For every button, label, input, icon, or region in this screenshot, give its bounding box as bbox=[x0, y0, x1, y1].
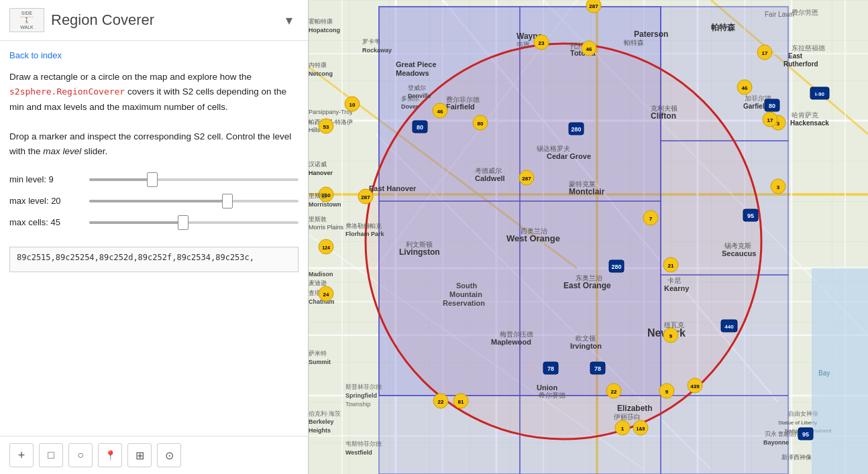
panel-body: Back to index Draw a rectangle or a circ… bbox=[0, 41, 308, 436]
svg-text:Mountain: Mountain bbox=[449, 290, 482, 298]
svg-text:Morris Plains: Morris Plains bbox=[309, 224, 344, 231]
map-visual[interactable]: Wayne 韦恩 Great Piece Meadows Paterson 帕特… bbox=[309, 0, 868, 474]
svg-text:East Hanover: East Hanover bbox=[369, 184, 417, 192]
svg-text:Florham Park: Florham Park bbox=[345, 231, 385, 237]
svg-text:Great Piece: Great Piece bbox=[396, 60, 437, 68]
svg-text:贝永: 贝永 bbox=[765, 430, 777, 437]
min-level-label: min level: 9 bbox=[9, 174, 87, 184]
svg-text:280: 280 bbox=[571, 126, 581, 133]
svg-text:80: 80 bbox=[417, 124, 423, 131]
svg-text:78: 78 bbox=[594, 365, 601, 372]
svg-text:霍帕特康: 霍帕特康 bbox=[309, 18, 333, 25]
svg-text:I-90: I-90 bbox=[815, 91, 824, 97]
svg-text:Rockaway: Rockaway bbox=[362, 47, 392, 54]
add-tool-button[interactable]: + bbox=[9, 443, 34, 467]
svg-text:希尔赛德: 希尔赛德 bbox=[539, 392, 565, 399]
svg-text:287: 287 bbox=[361, 194, 370, 200]
svg-text:South: South bbox=[456, 282, 477, 290]
svg-text:Kearny: Kearny bbox=[664, 284, 690, 292]
max-level-row: max level: 20 bbox=[9, 194, 299, 208]
grid-tool-button[interactable]: ⊞ bbox=[127, 443, 152, 467]
svg-text:考德威尔: 考德威尔 bbox=[475, 167, 502, 174]
svg-text:Township: Township bbox=[345, 401, 371, 408]
svg-text:Parsippany-Troy: Parsippany-Troy bbox=[309, 109, 353, 115]
svg-text:80: 80 bbox=[478, 121, 484, 127]
svg-text:费尔劳恩: 费尔劳恩 bbox=[792, 9, 818, 16]
svg-text:17: 17 bbox=[762, 50, 768, 56]
svg-text:Hackensack: Hackensack bbox=[790, 119, 829, 127]
svg-text:Clifton: Clifton bbox=[651, 111, 676, 121]
svg-text:Summit: Summit bbox=[309, 359, 331, 365]
svg-text:46: 46 bbox=[742, 85, 748, 91]
svg-text:伊丽莎白: 伊丽莎白 bbox=[614, 413, 641, 420]
svg-text:帕特森: 帕特森 bbox=[624, 39, 644, 46]
svg-text:Morristown: Morristown bbox=[309, 201, 341, 208]
max-cells-label: max cells: 45 bbox=[9, 217, 87, 227]
svg-text:多弗尔: 多弗尔 bbox=[401, 95, 419, 102]
max-cells-thumb[interactable] bbox=[178, 215, 188, 230]
circle-tool-button[interactable]: ○ bbox=[68, 443, 93, 467]
svg-text:东拉慈福德: 东拉慈福德 bbox=[792, 44, 825, 52]
svg-text:伯克利·海茨: 伯克利·海茨 bbox=[309, 410, 341, 417]
max-level-thumb[interactable] bbox=[222, 194, 233, 209]
collapse-button[interactable]: ▾ bbox=[280, 11, 299, 29]
svg-text:内特康: 内特康 bbox=[309, 62, 327, 68]
svg-text:287: 287 bbox=[589, 3, 598, 9]
svg-text:78: 78 bbox=[547, 365, 554, 372]
svg-text:East: East bbox=[788, 52, 803, 60]
svg-text:Bay: Bay bbox=[818, 369, 830, 377]
svg-text:里斯顿: 里斯顿 bbox=[309, 192, 327, 199]
svg-text:7: 7 bbox=[649, 216, 653, 222]
min-level-row: min level: 9 bbox=[9, 173, 299, 186]
back-to-index-link[interactable]: Back to index bbox=[9, 50, 299, 60]
svg-text:3: 3 bbox=[777, 184, 780, 190]
rect-tool-button[interactable]: □ bbox=[39, 443, 63, 467]
svg-text:Livingston: Livingston bbox=[399, 247, 440, 257]
svg-text:Union: Union bbox=[537, 383, 557, 392]
marker-tool-button[interactable]: 📍 bbox=[98, 443, 122, 467]
svg-text:Bayonne: Bayonne bbox=[763, 439, 789, 446]
svg-text:Springfield: Springfield bbox=[345, 392, 377, 399]
svg-text:95: 95 bbox=[747, 213, 754, 219]
svg-text:1: 1 bbox=[621, 426, 625, 432]
svg-text:Hanover: Hanover bbox=[309, 170, 333, 176]
svg-text:21: 21 bbox=[668, 263, 674, 269]
panel-header: SIDE 🚶 WALK Region Coverer ▾ bbox=[0, 0, 308, 41]
svg-text:Madison: Madison bbox=[309, 271, 333, 278]
svg-text:Netcong: Netcong bbox=[309, 70, 333, 77]
toolbar: + □ ○ 📍 ⊞ ⊙ bbox=[0, 436, 308, 474]
svg-text:24: 24 bbox=[323, 292, 329, 298]
svg-text:梅普尔伍德: 梅普尔伍德 bbox=[499, 331, 533, 338]
svg-text:46: 46 bbox=[586, 46, 592, 52]
panel: SIDE 🚶 WALK Region Coverer ▾ Back to ind… bbox=[0, 0, 309, 474]
svg-text:Berkeley: Berkeley bbox=[309, 418, 334, 425]
code-reference: s2sphere.RegionCoverer bbox=[9, 86, 125, 97]
max-level-label: max level: 20 bbox=[9, 196, 87, 206]
svg-text:East Orange: East Orange bbox=[563, 281, 611, 290]
svg-text:287: 287 bbox=[522, 176, 531, 182]
svg-text:9: 9 bbox=[665, 389, 669, 395]
panel-title: Region Coverer bbox=[51, 11, 273, 29]
svg-text:Maplewood: Maplewood bbox=[491, 338, 531, 346]
svg-text:10: 10 bbox=[349, 102, 356, 108]
svg-text:Fair Lawn: Fair Lawn bbox=[765, 11, 794, 18]
svg-text:Reservation: Reservation bbox=[443, 299, 485, 307]
svg-text:Secaucus: Secaucus bbox=[722, 249, 756, 257]
output-box[interactable]: 89c2515,89c25254,89c252d,89c252f,89c2534… bbox=[9, 247, 299, 272]
description-text: Draw a rectangle or a circle on the map … bbox=[9, 70, 299, 160]
svg-text:韦恩: 韦恩 bbox=[517, 41, 530, 48]
sidewalk-logo: SIDE 🚶 WALK bbox=[9, 8, 44, 32]
min-level-thumb[interactable] bbox=[147, 172, 158, 187]
max-cells-row: max cells: 45 bbox=[9, 216, 299, 229]
svg-text:哈肯萨克: 哈肯萨克 bbox=[792, 111, 818, 119]
svg-text:81: 81 bbox=[458, 399, 464, 405]
svg-text:罗卡韦: 罗卡韦 bbox=[362, 38, 380, 45]
svg-text:80: 80 bbox=[769, 103, 775, 109]
svg-text:萨米特: 萨米特 bbox=[309, 350, 327, 357]
svg-text:登威尔: 登威尔 bbox=[408, 84, 426, 91]
svg-text:锡达格罗夫: 锡达格罗夫 bbox=[536, 145, 570, 152]
svg-text:Paterson: Paterson bbox=[634, 29, 668, 39]
target-tool-button[interactable]: ⊙ bbox=[157, 443, 181, 467]
svg-text:锡考克斯: 锡考克斯 bbox=[724, 242, 751, 249]
svg-text:440: 440 bbox=[724, 324, 734, 330]
